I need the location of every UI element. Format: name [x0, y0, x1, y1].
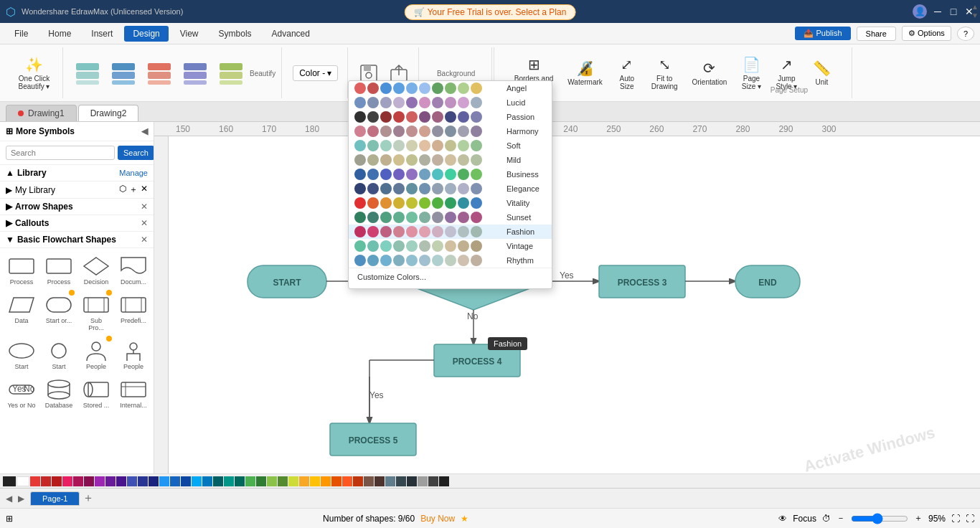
black-swatch[interactable] — [3, 476, 16, 486]
strip-color-swatch[interactable] — [192, 476, 202, 486]
color-button[interactable]: Color - ▾ — [293, 65, 338, 81]
strip-color-swatch[interactable] — [278, 476, 288, 486]
strip-color-swatch[interactable] — [288, 476, 298, 486]
strip-color-swatch[interactable] — [374, 476, 385, 486]
toggle-panels-button[interactable]: ⊞ — [6, 514, 13, 524]
watermark-button[interactable]: 🔏 Watermark — [563, 57, 607, 89]
strip-color-swatch[interactable] — [41, 476, 51, 486]
strip-color-swatch[interactable] — [224, 476, 234, 486]
shape-stored[interactable]: Stored ... — [79, 376, 113, 412]
color-row-elegance[interactable]: Elegance — [349, 182, 552, 196]
strip-color-swatch[interactable] — [418, 476, 428, 486]
strip-color-swatch[interactable] — [299, 476, 309, 486]
theme-style-4-button[interactable] — [178, 59, 212, 87]
zoom-out-button[interactable]: － — [837, 512, 845, 524]
theme-style-2-button[interactable] — [106, 59, 141, 87]
strip-color-swatch[interactable] — [52, 476, 62, 486]
strip-color-swatch[interactable] — [62, 476, 72, 486]
shape-process-1[interactable]: Process — [4, 253, 39, 288]
color-row-angel[interactable]: Angel — [349, 81, 552, 95]
strip-color-swatch[interactable] — [385, 476, 395, 486]
theme-style-3-button[interactable] — [142, 59, 176, 87]
options-button[interactable]: ⚙ Options — [902, 26, 951, 41]
strip-color-swatch[interactable] — [149, 476, 159, 486]
shape-process-2[interactable]: Process — [42, 253, 76, 288]
color-row-mild[interactable]: Mild — [349, 153, 552, 167]
search-button[interactable]: Search — [118, 146, 154, 160]
sidebar-collapse-button[interactable]: ◀ — [141, 126, 148, 136]
color-row-lucid[interactable]: Lucid — [349, 95, 552, 110]
strip-color-swatch[interactable] — [116, 476, 126, 486]
fit-page-button[interactable]: ⛶ — [951, 514, 960, 524]
strip-color-swatch[interactable] — [342, 476, 352, 486]
strip-color-swatch[interactable] — [95, 476, 105, 486]
page-nav-right-button[interactable]: ▶ — [18, 494, 24, 504]
shape-sub-process[interactable]: Sub Pro... — [79, 291, 113, 334]
one-click-beautify-button[interactable]: ✨ One ClickBeautify ▾ — [14, 53, 55, 93]
strip-color-swatch[interactable] — [235, 476, 245, 486]
strip-color-swatch[interactable] — [364, 476, 374, 486]
shape-database[interactable]: Database — [42, 376, 76, 412]
canvas[interactable]: Activate Windows START DECISION 1 Yes PR… — [169, 136, 980, 488]
shape-people-2[interactable]: People — [116, 337, 151, 373]
strip-color-swatch[interactable] — [84, 476, 94, 486]
maximize-button[interactable]: □ — [948, 6, 958, 16]
shape-predefined[interactable]: Predefi... — [116, 291, 151, 334]
zoom-slider[interactable] — [851, 513, 908, 524]
strip-color-swatch[interactable] — [245, 476, 255, 486]
strip-color-swatch[interactable] — [267, 476, 277, 486]
menu-design[interactable]: Design — [124, 26, 168, 42]
tab-drawing2[interactable]: Drawing2 — [78, 105, 139, 121]
color-row-fashion[interactable]: Fashion — [349, 225, 552, 239]
unit-button[interactable]: 📏 Unit — [807, 57, 836, 89]
color-row-vintage[interactable]: Vintage — [349, 239, 552, 253]
strip-color-swatch[interactable] — [202, 476, 212, 486]
strip-color-swatch[interactable] — [181, 476, 191, 486]
auto-size-button[interactable]: ⤢ AutoSize — [613, 53, 641, 93]
shape-document[interactable]: Docum... — [116, 253, 151, 288]
strip-color-swatch[interactable] — [331, 476, 341, 486]
arrow-shapes-section[interactable]: ▶ Arrow Shapes ✕ — [0, 199, 154, 215]
focus-button[interactable]: Focus — [793, 514, 816, 524]
color-row-harmony[interactable]: Harmony — [349, 124, 552, 138]
fit-drawing-button[interactable]: ⤡ Fit toDrawing — [647, 53, 682, 93]
strip-color-swatch[interactable] — [396, 476, 406, 486]
page-nav-left-button[interactable]: ◀ — [6, 494, 12, 504]
help-button[interactable]: ? — [957, 27, 974, 41]
strip-color-swatch[interactable] — [353, 476, 363, 486]
menu-home[interactable]: Home — [39, 26, 80, 42]
buy-now-link[interactable]: Buy Now — [420, 514, 455, 524]
customize-colors-button[interactable]: Customize Colors... — [349, 268, 552, 286]
strip-color-swatch[interactable] — [138, 476, 148, 486]
white-swatch[interactable] — [17, 476, 29, 486]
shape-decision[interactable]: Decision — [79, 253, 113, 288]
menu-insert[interactable]: Insert — [83, 26, 121, 42]
strip-color-swatch[interactable] — [428, 476, 438, 486]
zoom-in-button[interactable]: ＋ — [914, 512, 923, 524]
strip-color-swatch[interactable] — [213, 476, 223, 486]
publish-button[interactable]: 📤 Publish — [795, 27, 850, 40]
shape-people-1[interactable]: People — [79, 337, 113, 373]
basic-flowchart-section[interactable]: ▼ Basic Flowchart Shapes ✕ — [0, 232, 154, 248]
callouts-close-button[interactable]: ✕ — [141, 218, 148, 228]
strip-color-swatch[interactable] — [30, 476, 40, 486]
strip-color-swatch[interactable] — [127, 476, 137, 486]
strip-color-swatch[interactable] — [105, 476, 116, 486]
my-lib-close-icon[interactable]: ✕ — [141, 184, 148, 196]
shape-start-oval[interactable]: Start — [4, 337, 39, 373]
menu-advanced[interactable]: Advanced — [263, 26, 319, 42]
manage-link[interactable]: Manage — [119, 169, 148, 177]
arrow-shapes-close-button[interactable]: ✕ — [141, 202, 148, 212]
page-tab-1[interactable]: Page-1 — [30, 491, 80, 506]
strip-color-swatch[interactable] — [321, 476, 331, 486]
shape-start-or[interactable]: Start or... — [42, 291, 76, 334]
color-row-business[interactable]: Business — [349, 167, 552, 182]
tab-drawing1[interactable]: Drawing1 — [6, 105, 77, 121]
orientation-button[interactable]: ⟳ Orientation — [688, 57, 732, 89]
strip-color-swatch[interactable] — [73, 476, 83, 486]
color-row-passion[interactable]: Passion — [349, 110, 552, 124]
more-down-button[interactable]: ▼ — [971, 11, 979, 19]
more-up-button[interactable]: ▲ — [971, 3, 979, 11]
strip-color-swatch[interactable] — [256, 476, 266, 486]
callouts-section[interactable]: ▶ Callouts ✕ — [0, 215, 154, 232]
